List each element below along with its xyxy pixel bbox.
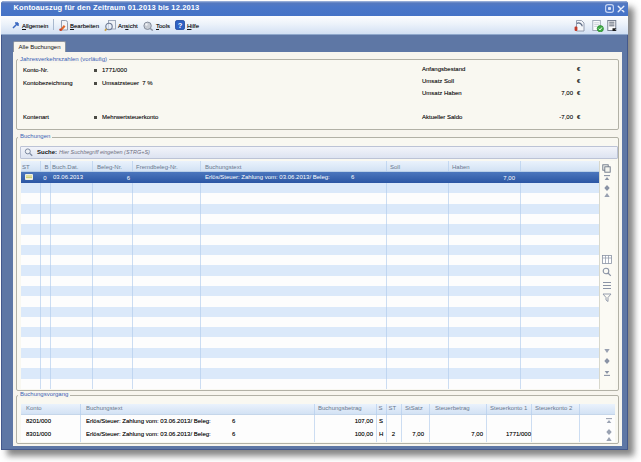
svg-text:?: ? xyxy=(178,21,183,30)
